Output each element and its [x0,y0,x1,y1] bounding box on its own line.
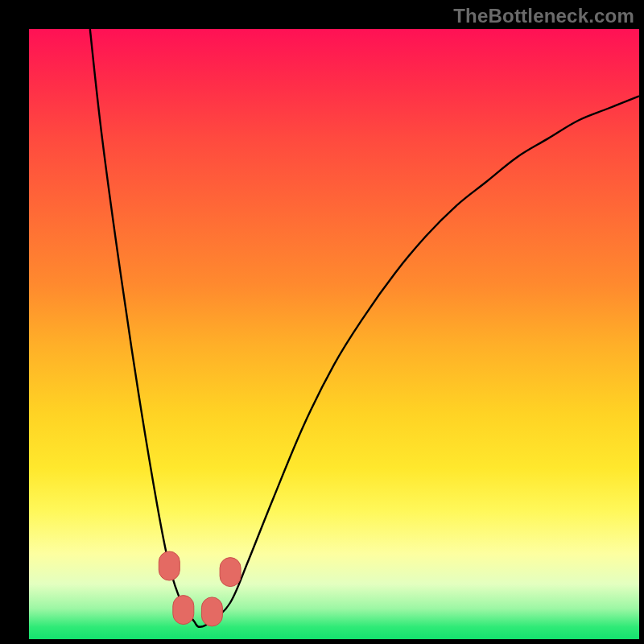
watermark-text: TheBottleneck.com [453,5,634,27]
bottleneck-curve [90,29,639,627]
marker-left-lower [173,596,194,625]
figure-frame: TheBottleneck.com [0,0,644,644]
curve-markers [159,551,241,626]
marker-right-lower [201,597,222,626]
marker-left-upper [159,551,180,580]
plot-area [29,29,639,639]
marker-right-upper [220,558,241,587]
chart-svg [29,29,639,639]
